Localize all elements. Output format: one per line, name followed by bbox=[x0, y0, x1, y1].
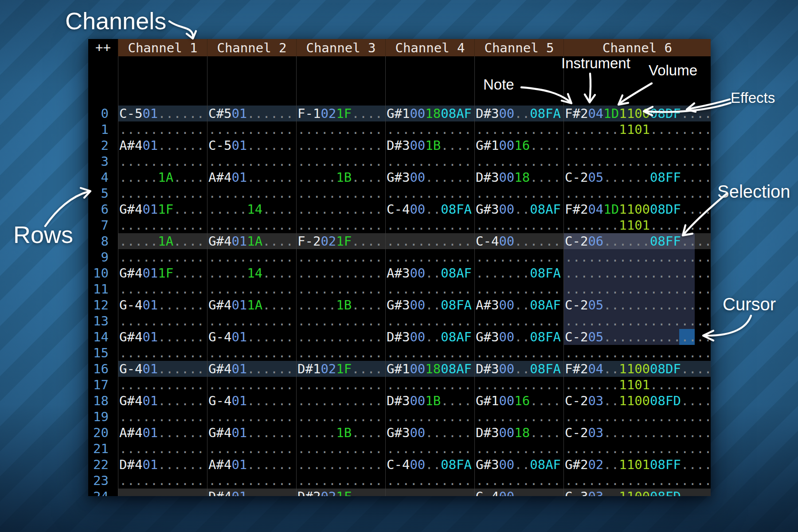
pattern-cell-ch5[interactable]: ........... bbox=[474, 281, 563, 297]
pattern-cell-ch3[interactable]: ........... bbox=[296, 393, 385, 409]
pattern-cell-ch1[interactable]: ........... bbox=[118, 249, 207, 265]
pattern-cell-ch5[interactable]: G#300..08AF bbox=[474, 457, 563, 473]
pattern-cell-ch6[interactable]: ................... bbox=[563, 313, 711, 329]
pattern-cell-ch4[interactable]: D#300..08AF bbox=[385, 329, 474, 345]
pattern-cell-ch6[interactable]: ................... bbox=[563, 153, 711, 169]
pattern-cell-ch1[interactable]: G#401...... bbox=[118, 329, 207, 345]
pattern-cell-ch5[interactable]: G#10016.... bbox=[474, 393, 563, 409]
pattern-cell-ch1[interactable]: G#401...... bbox=[118, 393, 207, 409]
pattern-cell-ch4[interactable]: G#300..08FA bbox=[385, 297, 474, 313]
pattern-cell-ch3[interactable]: ........... bbox=[296, 153, 385, 169]
pattern-cell-ch3[interactable]: ........... bbox=[296, 409, 385, 425]
pattern-cell-ch4[interactable]: ........... bbox=[385, 233, 474, 249]
pattern-cell-ch3[interactable]: .....1B.... bbox=[296, 425, 385, 441]
pattern-cell-ch5[interactable]: ........... bbox=[474, 121, 563, 137]
pattern-cell-ch1[interactable]: G#4011F.... bbox=[118, 201, 207, 217]
pattern-cell-ch6[interactable]: C-205......08FF.... bbox=[563, 169, 711, 185]
pattern-cell-ch5[interactable]: ........... bbox=[474, 409, 563, 425]
pattern-cell-ch5[interactable]: ........... bbox=[474, 153, 563, 169]
pattern-cell-ch1[interactable]: A#401...... bbox=[118, 425, 207, 441]
pattern-cell-ch2[interactable]: ........... bbox=[207, 345, 296, 361]
pattern-cell-ch3[interactable]: ........... bbox=[296, 217, 385, 233]
pattern-cell-ch3[interactable]: ........... bbox=[296, 313, 385, 329]
pattern-cell-ch6[interactable]: .......1101........ bbox=[563, 121, 711, 137]
pattern-cell-ch4[interactable]: A#300..08AF bbox=[385, 265, 474, 281]
pattern-cell-ch4[interactable]: ........... bbox=[385, 441, 474, 457]
pattern-cell-ch2[interactable]: ........... bbox=[207, 441, 296, 457]
pattern-cell-ch6[interactable]: ................... bbox=[563, 185, 711, 201]
pattern-cell-ch6[interactable]: F#2041D110008DF.... bbox=[563, 106, 711, 121]
pattern-cell-ch2[interactable]: C-501...... bbox=[207, 137, 296, 153]
channel-header-6[interactable]: Channel 6 bbox=[563, 39, 711, 56]
channel-header-3[interactable]: Channel 3 bbox=[296, 39, 385, 56]
pattern-corner-button[interactable]: ++ bbox=[88, 39, 118, 56]
pattern-cell-ch2[interactable]: ........... bbox=[207, 185, 296, 201]
pattern-cell-ch6[interactable]: ................... bbox=[563, 265, 711, 281]
pattern-cell-ch1[interactable]: ........... bbox=[118, 489, 207, 496]
pattern-cell-ch3[interactable]: ........... bbox=[296, 185, 385, 201]
pattern-cell-ch6[interactable]: ................... bbox=[563, 249, 711, 265]
pattern-cell-ch5[interactable]: C-400...... bbox=[474, 233, 563, 249]
channel-header-2[interactable]: Channel 2 bbox=[207, 39, 296, 56]
pattern-cell-ch2[interactable]: A#401...... bbox=[207, 169, 296, 185]
pattern-cell-ch5[interactable]: G-400...... bbox=[474, 489, 563, 496]
pattern-cell-ch4[interactable]: G#1001808AF bbox=[385, 106, 474, 121]
pattern-cell-ch2[interactable]: G-401...... bbox=[207, 329, 296, 345]
pattern-cell-ch2[interactable]: G#401...... bbox=[207, 425, 296, 441]
pattern-cell-ch2[interactable]: ........... bbox=[207, 473, 296, 489]
pattern-cell-ch4[interactable]: G#300...... bbox=[385, 169, 474, 185]
pattern-cell-ch5[interactable]: D#30018.... bbox=[474, 425, 563, 441]
pattern-cell-ch1[interactable]: ........... bbox=[118, 217, 207, 233]
pattern-cell-ch3[interactable]: F-2021F.... bbox=[296, 233, 385, 249]
pattern-cell-ch1[interactable]: .....1A.... bbox=[118, 169, 207, 185]
pattern-cell-ch1[interactable]: ........... bbox=[118, 281, 207, 297]
pattern-cell-ch1[interactable]: ........... bbox=[118, 185, 207, 201]
pattern-cell-ch5[interactable]: G#300..08FA bbox=[474, 329, 563, 345]
pattern-cell-ch5[interactable]: D#300..08FA bbox=[474, 361, 563, 377]
pattern-cell-ch4[interactable]: ........... bbox=[385, 153, 474, 169]
pattern-cell-ch2[interactable]: ........... bbox=[207, 281, 296, 297]
pattern-cell-ch6[interactable]: ................... bbox=[563, 441, 711, 457]
pattern-cell-ch6[interactable]: C-203.............. bbox=[563, 425, 711, 441]
pattern-cell-ch2[interactable]: C#501...... bbox=[207, 106, 296, 121]
pattern-cell-ch6[interactable]: G#202..110108FF.... bbox=[563, 457, 711, 473]
pattern-cell-ch2[interactable]: G#4011A.... bbox=[207, 297, 296, 313]
pattern-cell-ch5[interactable]: ........... bbox=[474, 313, 563, 329]
pattern-cell-ch6[interactable]: C-205.............. bbox=[563, 329, 711, 345]
pattern-cell-ch4[interactable]: ........... bbox=[385, 345, 474, 361]
pattern-cell-ch3[interactable]: ........... bbox=[296, 457, 385, 473]
pattern-cell-ch2[interactable]: A#401...... bbox=[207, 457, 296, 473]
channel-header-5[interactable]: Channel 5 bbox=[474, 39, 563, 56]
pattern-cell-ch2[interactable]: ........... bbox=[207, 217, 296, 233]
pattern-cell-ch6[interactable]: .......1101........ bbox=[563, 377, 711, 393]
pattern-cell-ch5[interactable]: D#30018.... bbox=[474, 169, 563, 185]
pattern-cell-ch5[interactable]: ........... bbox=[474, 473, 563, 489]
pattern-cell-ch4[interactable]: D#3001B.... bbox=[385, 137, 474, 153]
pattern-cell-ch5[interactable]: ........... bbox=[474, 441, 563, 457]
pattern-cell-ch6[interactable]: ................... bbox=[563, 137, 711, 153]
pattern-cell-ch4[interactable]: ........... bbox=[385, 281, 474, 297]
pattern-cell-ch6[interactable]: F#2041D110008DF.... bbox=[563, 201, 711, 217]
pattern-cell-ch2[interactable]: G#401...... bbox=[207, 361, 296, 377]
pattern-cell-ch4[interactable]: ........... bbox=[385, 313, 474, 329]
pattern-cell-ch1[interactable]: ........... bbox=[118, 377, 207, 393]
pattern-cell-ch1[interactable]: G-401...... bbox=[118, 361, 207, 377]
pattern-cell-ch5[interactable]: ........... bbox=[474, 185, 563, 201]
pattern-cell-ch2[interactable]: ........... bbox=[207, 377, 296, 393]
pattern-cell-ch6[interactable]: C-206......08FF.... bbox=[563, 233, 711, 249]
pattern-cell-ch4[interactable]: G#300...... bbox=[385, 425, 474, 441]
pattern-cell-ch2[interactable]: ........... bbox=[207, 249, 296, 265]
pattern-cell-ch4[interactable]: D#3001B.... bbox=[385, 393, 474, 409]
pattern-cell-ch4[interactable]: ........... bbox=[385, 217, 474, 233]
pattern-cell-ch5[interactable]: A#300..08AF bbox=[474, 297, 563, 313]
pattern-cell-ch5[interactable]: G#10016.... bbox=[474, 137, 563, 153]
pattern-cell-ch3[interactable]: ........... bbox=[296, 121, 385, 137]
pattern-cell-ch6[interactable]: C-205.............. bbox=[563, 297, 711, 313]
pattern-cell-ch2[interactable]: G-401...... bbox=[207, 393, 296, 409]
pattern-cell-ch5[interactable]: D#300..08FA bbox=[474, 106, 563, 121]
pattern-cell-ch3[interactable]: ........... bbox=[296, 281, 385, 297]
pattern-cell-ch4[interactable]: ........... bbox=[385, 249, 474, 265]
pattern-cell-ch3[interactable]: .....1B.... bbox=[296, 169, 385, 185]
pattern-cell-ch4[interactable]: C-400..08FA bbox=[385, 457, 474, 473]
pattern-cell-ch4[interactable]: ........... bbox=[385, 121, 474, 137]
